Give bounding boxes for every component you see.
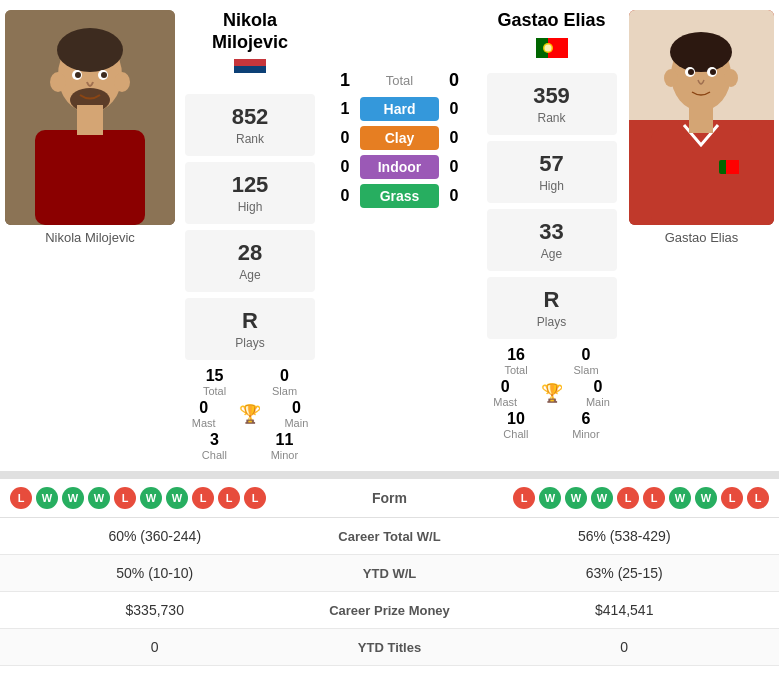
- right-main-cell: 0 Main: [586, 378, 610, 408]
- right-rank-box: 359 Rank: [487, 73, 617, 135]
- form-badge-l: L: [617, 487, 639, 509]
- total-right-score: 0: [439, 70, 469, 91]
- form-badge-l: L: [218, 487, 240, 509]
- left-minor-value: 11: [271, 431, 299, 449]
- svg-rect-32: [726, 160, 739, 174]
- left-form: LWWWLWWLLL: [10, 487, 300, 509]
- stat-left-value: 0: [10, 639, 300, 655]
- form-badge-w: W: [695, 487, 717, 509]
- left-minor-label: Minor: [271, 449, 299, 461]
- left-mast-cell: 0 Mast: [192, 399, 216, 429]
- right-chall-minor: 10 Chall 6 Minor: [482, 410, 622, 440]
- left-total-cell: 15 Total: [203, 367, 226, 397]
- right-form: LWWWLLWWLL: [480, 487, 770, 509]
- serbia-flag: [234, 59, 266, 79]
- right-player-photo-col: Gastao Elias: [629, 10, 774, 461]
- svg-rect-14: [234, 73, 266, 79]
- form-row: LWWWLWWLLL Form LWWWLLWWLL: [0, 479, 779, 518]
- clay-btn[interactable]: Clay: [360, 126, 439, 150]
- left-main-label: Main: [284, 417, 308, 429]
- grass-btn[interactable]: Grass: [360, 184, 439, 208]
- right-slam-label: Slam: [574, 364, 599, 376]
- left-chall-value: 3: [202, 431, 227, 449]
- left-main-value: 0: [284, 399, 308, 417]
- left-player-svg: [5, 10, 175, 225]
- stat-right-value: 56% (538-429): [480, 528, 770, 544]
- right-mast-label: Mast: [493, 396, 517, 408]
- form-badge-w: W: [88, 487, 110, 509]
- indoor-row: 0 Indoor 0: [330, 155, 469, 179]
- right-total-slam: 16 Total 0 Slam: [482, 346, 622, 376]
- stat-row: 0 YTD Titles 0: [0, 629, 779, 666]
- right-player-name-under: Gastao Elias: [629, 230, 774, 245]
- stat-row: 50% (10-10) YTD W/L 63% (25-15): [0, 555, 779, 592]
- svg-point-29: [688, 69, 694, 75]
- form-label: Form: [300, 490, 480, 506]
- left-age-value: 28: [190, 240, 310, 266]
- bottom-stats-section: 60% (360-244) Career Total W/L 56% (538-…: [0, 518, 779, 666]
- right-chall-value: 10: [503, 410, 528, 428]
- indoor-right-score: 0: [439, 158, 469, 176]
- left-high-label: High: [190, 200, 310, 214]
- right-rank-label: Rank: [492, 111, 612, 125]
- right-mast-main: 0 Mast 🏆 0 Main: [482, 378, 622, 408]
- form-badge-w: W: [166, 487, 188, 509]
- left-plays-box: R Plays: [185, 298, 315, 360]
- form-badge-w: W: [140, 487, 162, 509]
- right-high-value: 57: [492, 151, 612, 177]
- left-age-box: 28 Age: [185, 230, 315, 292]
- right-age-value: 33: [492, 219, 612, 245]
- section-divider: [0, 471, 779, 479]
- left-plays-value: R: [190, 308, 310, 334]
- right-player-svg: [629, 10, 774, 225]
- left-total-label: Total: [203, 385, 226, 397]
- left-slam-cell: 0 Slam: [272, 367, 297, 397]
- clay-row: 0 Clay 0: [330, 126, 469, 150]
- form-badge-w: W: [62, 487, 84, 509]
- svg-rect-13: [234, 66, 266, 73]
- stat-center-label: Career Total W/L: [300, 529, 480, 544]
- svg-rect-5: [77, 105, 103, 135]
- stat-right-value: 63% (25-15): [480, 565, 770, 581]
- right-main-value: 0: [586, 378, 610, 396]
- right-player-flag: [536, 38, 568, 62]
- stat-center-label: YTD Titles: [300, 640, 480, 655]
- left-slam-value: 0: [272, 367, 297, 385]
- center-match-col: 1 Total 0 1 Hard 0 0 Clay 0 0 Indoor 0: [325, 10, 474, 461]
- svg-point-30: [710, 69, 716, 75]
- hard-btn[interactable]: Hard: [360, 97, 439, 121]
- right-player-name: Gastao Elias: [497, 10, 605, 32]
- right-chall-label: Chall: [503, 428, 528, 440]
- svg-point-7: [114, 72, 130, 92]
- stat-row: 60% (360-244) Career Total W/L 56% (538-…: [0, 518, 779, 555]
- portugal-flag: [536, 38, 568, 58]
- form-badge-l: L: [244, 487, 266, 509]
- svg-point-11: [101, 72, 107, 78]
- right-mast-value: 0: [493, 378, 517, 396]
- svg-point-2: [57, 28, 123, 72]
- right-plays-value: R: [492, 287, 612, 313]
- right-main-label: Main: [586, 396, 610, 408]
- hard-left-score: 1: [330, 100, 360, 118]
- form-badge-l: L: [747, 487, 769, 509]
- clay-left-score: 0: [330, 129, 360, 147]
- indoor-btn[interactable]: Indoor: [360, 155, 439, 179]
- total-left-score: 1: [330, 70, 360, 91]
- right-trophy-icon: 🏆: [541, 382, 563, 404]
- left-high-box: 125 High: [185, 162, 315, 224]
- left-rank-box: 852 Rank: [185, 94, 315, 156]
- svg-rect-12: [234, 59, 266, 66]
- left-chall-minor: 3 Chall 11 Minor: [180, 431, 320, 461]
- left-minor-cell: 11 Minor: [271, 431, 299, 461]
- svg-point-10: [75, 72, 81, 78]
- left-player-photo: [5, 10, 175, 225]
- indoor-left-score: 0: [330, 158, 360, 176]
- left-player-name: NikolaMilojevic: [212, 10, 288, 53]
- right-rank-value: 359: [492, 83, 612, 109]
- stat-right-value: $414,541: [480, 602, 770, 618]
- form-badge-l: L: [721, 487, 743, 509]
- left-high-value: 125: [190, 172, 310, 198]
- left-plays-label: Plays: [190, 336, 310, 350]
- left-player-name-under: Nikola Milojevic: [5, 230, 175, 245]
- stat-row: $335,730 Career Prize Money $414,541: [0, 592, 779, 629]
